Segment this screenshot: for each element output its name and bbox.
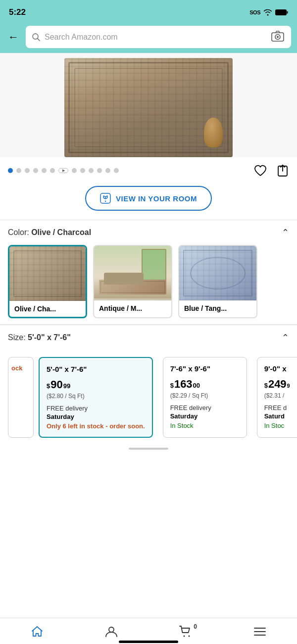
action-icons <box>253 164 289 177</box>
price-main-2: 163 <box>174 378 193 391</box>
scroll-bar <box>129 448 168 450</box>
size-card-2-delivery: FREE delivery <box>170 404 240 411</box>
svg-point-12 <box>189 636 190 637</box>
color-chevron-up[interactable]: ⌃ <box>282 227 289 238</box>
size-card-2-label: 7'-6" x 9'-6" <box>170 364 240 373</box>
size-card-partial-left[interactable]: ock <box>8 357 34 438</box>
price-cents-2: 00 <box>193 382 200 389</box>
nav-cart[interactable]: 0 <box>170 623 201 640</box>
size-card-2[interactable]: 7'-6" x 9'-6" $ 163 00 ($2.29 / Sq Ft) F… <box>163 357 247 438</box>
size-card-3-delivery: FREE d <box>264 404 297 411</box>
image-controls: ▶ <box>0 157 297 182</box>
price-main-3: 249 <box>268 378 287 391</box>
svg-point-10 <box>109 627 114 632</box>
image-dots: ▶ <box>8 168 119 173</box>
size-card-3-price: $ 249 9 <box>264 378 297 391</box>
dot-5[interactable] <box>42 168 47 173</box>
dot-11[interactable] <box>97 168 102 173</box>
ar-icon <box>100 193 111 204</box>
battery-icon <box>275 9 288 16</box>
size-card-1-label: 5'-0" x 7'-6" <box>47 365 145 373</box>
color-section: Color: Olive / Charcoal ⌃ Olive / Cha... <box>0 220 297 324</box>
size-card-3[interactable]: 9'-0" x $ 249 9 ($2.31 / FREE d Saturd I… <box>257 357 297 438</box>
color-title: Color: Olive / Charcoal <box>8 228 91 237</box>
svg-rect-1 <box>287 11 288 14</box>
size-card-1-day: Saturday <box>47 413 145 420</box>
video-dot[interactable]: ▶ <box>58 168 68 173</box>
dot-8[interactable] <box>72 168 77 173</box>
dot-10[interactable] <box>89 168 94 173</box>
size-card-1-delivery: FREE delivery <box>47 405 145 412</box>
svg-rect-0 <box>276 10 287 15</box>
view-in-room-button[interactable]: VIEW IN YOUR ROOM <box>85 186 212 211</box>
price-dollar-2: $ <box>170 382 174 389</box>
dot-1[interactable] <box>8 168 13 173</box>
product-image-area <box>0 53 297 157</box>
search-icon <box>32 33 41 42</box>
nav-menu[interactable] <box>245 624 275 639</box>
color-label-text: Color: Olive / Charcoal <box>8 228 91 236</box>
size-card-1-sqft: ($2.80 / Sq Ft) <box>47 393 145 400</box>
search-placeholder: Search Amazon.com <box>45 33 266 42</box>
color-label-olive: Olive / Cha... <box>9 301 86 317</box>
scroll-indicator <box>0 448 297 452</box>
color-option-blue[interactable]: Blue / Tang... <box>178 245 257 318</box>
home-indicator <box>119 641 178 643</box>
dot-2[interactable] <box>16 168 21 173</box>
size-title: Size: 5'-0" x 7'-6" <box>8 333 71 342</box>
color-label-antique: Antique / M... <box>94 300 171 316</box>
camera-search-button[interactable] <box>270 30 285 44</box>
size-label-text: Size: 5'-0" x 7'-6" <box>8 333 71 342</box>
search-box[interactable]: Search Amazon.com <box>26 26 291 48</box>
camera-icon <box>271 31 284 42</box>
dot-9[interactable] <box>80 168 85 173</box>
price-cents-3: 9 <box>287 383 290 389</box>
view-room-label: VIEW IN YOUR ROOM <box>116 194 197 203</box>
size-card-1[interactable]: 5'-0" x 7'-6" $ 90 99 ($2.80 / Sq Ft) FR… <box>39 357 153 438</box>
color-img-antique <box>94 246 171 300</box>
status-time: 5:22 <box>9 7 26 17</box>
dot-6[interactable] <box>50 168 55 173</box>
size-card-1-price: $ 90 99 <box>47 378 145 391</box>
size-section: Size: 5'-0" x 7'-6" ⌃ <box>0 325 297 352</box>
dot-3[interactable] <box>25 168 30 173</box>
size-scroll-wrapper[interactable]: ock 5'-0" x 7'-6" $ 90 99 ($2.80 / Sq Ft… <box>0 357 297 440</box>
size-card-3-label: 9'-0" x <box>264 364 297 373</box>
dot-12[interactable] <box>105 168 110 173</box>
color-img-blue <box>179 246 256 300</box>
size-card-1-stock: Only 6 left in stock - order soon. <box>47 422 145 430</box>
wishlist-icon[interactable] <box>253 164 267 177</box>
size-card-2-day: Saturday <box>170 412 240 420</box>
size-card-2-stock: In Stock <box>170 422 240 429</box>
vase-decoration <box>204 117 223 147</box>
size-chevron-up[interactable]: ⌃ <box>282 332 289 343</box>
status-icons: SOS <box>249 9 288 16</box>
nav-account[interactable] <box>96 623 127 640</box>
color-option-antique[interactable]: Antique / M... <box>93 245 172 318</box>
rug-center-motif <box>74 68 223 147</box>
svg-line-3 <box>38 38 40 41</box>
share-icon[interactable] <box>276 164 289 177</box>
nav-home[interactable] <box>22 623 52 640</box>
svg-point-11 <box>184 636 185 637</box>
home-icon <box>31 625 44 638</box>
size-section-header: Size: 5'-0" x 7'-6" ⌃ <box>8 332 289 343</box>
color-option-olive[interactable]: Olive / Cha... <box>8 245 87 318</box>
sos-icon: SOS <box>249 9 260 15</box>
price-dollar-3: $ <box>264 382 268 389</box>
person-icon <box>105 625 118 638</box>
cart-count: 0 <box>194 623 197 630</box>
color-label-blue: Blue / Tang... <box>179 300 256 316</box>
view-room-wrap: VIEW IN YOUR ROOM <box>0 182 297 220</box>
svg-point-6 <box>277 36 279 38</box>
size-card-3-sqft: ($2.31 / <box>264 392 297 399</box>
dot-13[interactable] <box>114 168 119 173</box>
price-cents-1: 99 <box>63 382 70 390</box>
search-bar-wrap: ← Search Amazon.com <box>0 23 297 53</box>
color-img-olive <box>9 246 86 301</box>
back-button[interactable]: ← <box>6 31 21 44</box>
size-cards-row: ock 5'-0" x 7'-6" $ 90 99 ($2.80 / Sq Ft… <box>8 357 297 438</box>
size-card-2-sqft: ($2.29 / Sq Ft) <box>170 392 240 399</box>
svg-point-9 <box>105 201 106 202</box>
dot-4[interactable] <box>33 168 38 173</box>
